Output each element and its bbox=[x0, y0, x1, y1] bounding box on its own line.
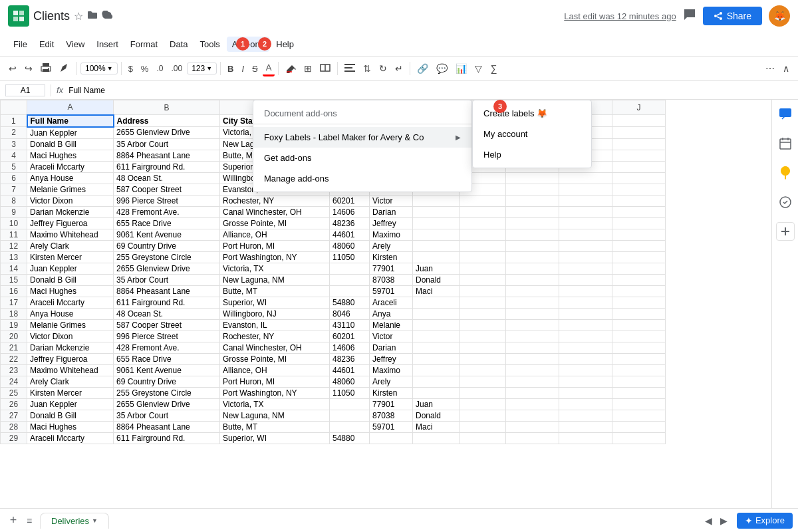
cell-D22[interactable]: 48236 bbox=[330, 353, 370, 364]
cell-j1[interactable] bbox=[612, 115, 666, 127]
cell-C20[interactable]: Rochester, NY bbox=[220, 331, 330, 342]
merge-cells-button[interactable] bbox=[317, 61, 334, 77]
menu-tools[interactable]: Tools bbox=[194, 37, 225, 52]
sidebar-keep-icon[interactable] bbox=[776, 164, 795, 182]
cell-G18[interactable] bbox=[460, 308, 506, 319]
filter-button[interactable]: ▽ bbox=[471, 61, 485, 76]
cell-H28[interactable] bbox=[506, 421, 559, 432]
cell-I15[interactable] bbox=[559, 274, 612, 285]
cell-B3[interactable]: 35 Arbor Court bbox=[114, 138, 220, 150]
cell-J18[interactable] bbox=[612, 308, 666, 319]
cell-I14[interactable] bbox=[559, 263, 612, 274]
undo-button[interactable]: ↩ bbox=[5, 61, 20, 76]
insert-comment-button[interactable]: 💬 bbox=[433, 61, 451, 76]
cell-B4[interactable]: 8864 Pheasant Lane bbox=[114, 150, 220, 161]
cell-D26[interactable] bbox=[330, 398, 370, 410]
cell-I29[interactable] bbox=[559, 432, 612, 444]
cell-D13[interactable]: 11050 bbox=[330, 251, 370, 263]
col-header-b[interactable]: B bbox=[114, 100, 220, 115]
cell-a1[interactable]: Full Name bbox=[27, 115, 114, 127]
cell-A16[interactable]: Maci Hughes bbox=[27, 285, 114, 297]
cell-J26[interactable] bbox=[612, 398, 666, 410]
cell-B29[interactable]: 611 Fairground Rd. bbox=[114, 432, 220, 444]
cell-I17[interactable] bbox=[559, 297, 612, 308]
cell-B21[interactable]: 428 Fremont Ave. bbox=[114, 342, 220, 353]
cell-E26[interactable]: 77901 bbox=[370, 398, 413, 410]
insert-link-button[interactable]: 🔗 bbox=[414, 61, 432, 76]
cell-A9[interactable]: Darian Mckenzie bbox=[27, 206, 114, 217]
cell-J29[interactable] bbox=[612, 432, 666, 444]
col-header-a[interactable]: A bbox=[27, 100, 114, 115]
cell-J9[interactable] bbox=[612, 206, 666, 217]
cell-A10[interactable]: Jeffrey Figueroa bbox=[27, 217, 114, 229]
cell-F29[interactable] bbox=[413, 432, 460, 444]
cell-E14[interactable]: 77901 bbox=[370, 263, 413, 274]
zoom-selector[interactable]: 100% ▼ bbox=[80, 63, 118, 74]
cell-J14[interactable] bbox=[612, 263, 666, 274]
italic-button[interactable]: I bbox=[238, 62, 247, 76]
cell-I25[interactable] bbox=[559, 387, 612, 398]
cell-G29[interactable] bbox=[460, 432, 506, 444]
cell-J20[interactable] bbox=[612, 331, 666, 342]
cell-A7[interactable]: Melanie Grimes bbox=[27, 184, 114, 195]
cloud-icon[interactable] bbox=[102, 11, 114, 22]
menu-edit[interactable]: Edit bbox=[34, 37, 59, 52]
cell-A4[interactable]: Maci Hughes bbox=[27, 150, 114, 161]
cell-J2[interactable] bbox=[612, 127, 666, 139]
cell-I11[interactable] bbox=[559, 229, 612, 240]
cell-F15[interactable]: Donald bbox=[413, 274, 460, 285]
col-header-j[interactable]: J bbox=[612, 100, 666, 115]
cell-A14[interactable]: Juan Keppler bbox=[27, 263, 114, 274]
cell-F27[interactable]: Donald bbox=[413, 410, 460, 421]
cell-G24[interactable] bbox=[460, 376, 506, 387]
cell-J23[interactable] bbox=[612, 364, 666, 376]
cell-B23[interactable]: 9061 Kent Avenue bbox=[114, 364, 220, 376]
star-icon[interactable]: ☆ bbox=[74, 10, 83, 23]
cell-I22[interactable] bbox=[559, 353, 612, 364]
insert-chart-button[interactable]: 📊 bbox=[452, 61, 470, 76]
cell-J13[interactable] bbox=[612, 251, 666, 263]
format-currency-button[interactable]: $ bbox=[125, 62, 136, 76]
cell-C16[interactable]: Butte, MT bbox=[220, 285, 330, 297]
align-v-button[interactable]: ⇅ bbox=[360, 61, 374, 76]
cell-G17[interactable] bbox=[460, 297, 506, 308]
menu-help[interactable]: Help bbox=[271, 37, 299, 52]
cell-B6[interactable]: 48 Ocean St. bbox=[114, 172, 220, 184]
cell-E20[interactable]: Victor bbox=[370, 331, 413, 342]
cell-H25[interactable] bbox=[506, 387, 559, 398]
cell-C26[interactable]: Victoria, TX bbox=[220, 398, 330, 410]
cell-B10[interactable]: 655 Race Drive bbox=[114, 217, 220, 229]
cell-G9[interactable] bbox=[460, 206, 506, 217]
cell-F17[interactable] bbox=[413, 297, 460, 308]
cell-J17[interactable] bbox=[612, 297, 666, 308]
cell-J6[interactable] bbox=[612, 172, 666, 184]
cell-J15[interactable] bbox=[612, 274, 666, 285]
cell-B22[interactable]: 655 Race Drive bbox=[114, 353, 220, 364]
menu-view[interactable]: View bbox=[61, 37, 90, 52]
cell-J8[interactable] bbox=[612, 195, 666, 206]
cell-G20[interactable] bbox=[460, 331, 506, 342]
cell-B15[interactable]: 35 Arbor Court bbox=[114, 274, 220, 285]
menu-insert[interactable]: Insert bbox=[91, 37, 124, 52]
cell-G15[interactable] bbox=[460, 274, 506, 285]
cell-I19[interactable] bbox=[559, 319, 612, 331]
cell-G16[interactable] bbox=[460, 285, 506, 297]
cell-C15[interactable]: New Laguna, NM bbox=[220, 274, 330, 285]
cell-G14[interactable] bbox=[460, 263, 506, 274]
cell-F22[interactable] bbox=[413, 353, 460, 364]
cell-E11[interactable]: Maximo bbox=[370, 229, 413, 240]
cell-D12[interactable]: 48060 bbox=[330, 240, 370, 251]
cell-D25[interactable]: 11050 bbox=[330, 387, 370, 398]
cell-B17[interactable]: 611 Fairground Rd. bbox=[114, 297, 220, 308]
cell-E16[interactable]: 59701 bbox=[370, 285, 413, 297]
sidebar-plus-icon[interactable] bbox=[776, 222, 795, 241]
sidebar-chat-icon[interactable] bbox=[776, 105, 795, 124]
last-edit-text[interactable]: Last edit was 12 minutes ago bbox=[564, 11, 676, 21]
cell-b1[interactable]: Address bbox=[114, 115, 220, 127]
cell-D11[interactable]: 44601 bbox=[330, 229, 370, 240]
cell-H22[interactable] bbox=[506, 353, 559, 364]
cell-F28[interactable]: Maci bbox=[413, 421, 460, 432]
cell-E17[interactable]: Araceli bbox=[370, 297, 413, 308]
cell-C19[interactable]: Evanston, IL bbox=[220, 319, 330, 331]
cell-I7[interactable] bbox=[559, 184, 612, 195]
